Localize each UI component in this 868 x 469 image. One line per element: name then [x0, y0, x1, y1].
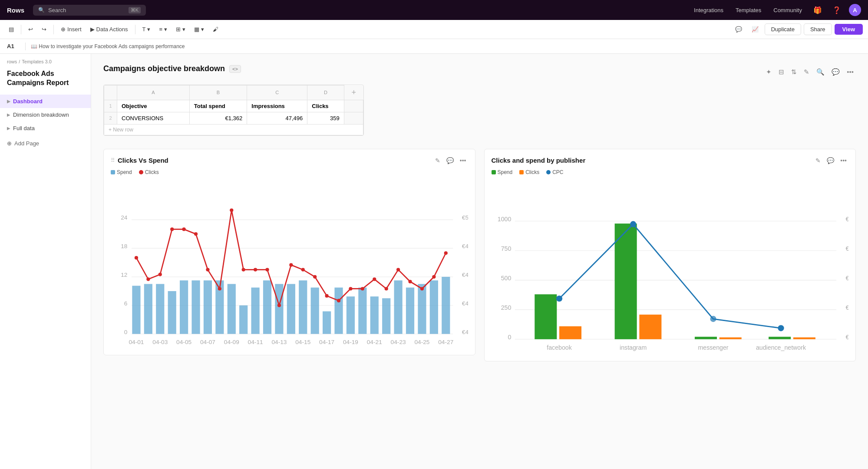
- sidebar-item-dashboard[interactable]: ▶ Dashboard: [0, 95, 91, 108]
- toolbar: ▤ ↩ ↪ ⊕ Insert ▶ Data Actions T▾ ≡▾ ⊞▾ ▦…: [0, 20, 868, 39]
- cpc-line: [559, 224, 781, 328]
- cell-objective[interactable]: CONVERSIONS: [117, 112, 190, 124]
- pub-clicks-label: Clicks: [525, 169, 539, 175]
- table-format-btn[interactable]: ⊞▾: [172, 24, 189, 35]
- text-format-btn[interactable]: T▾: [139, 24, 154, 35]
- svg-point-51: [242, 268, 245, 271]
- row-num-header: [104, 85, 117, 100]
- svg-text:500: 500: [501, 274, 511, 281]
- svg-point-53: [265, 268, 269, 271]
- edit-btn[interactable]: ✎: [802, 67, 812, 77]
- sidebar-item-dimension[interactable]: ▶ Dimension breakdown: [0, 108, 91, 121]
- share-btn[interactable]: Share: [804, 23, 832, 35]
- cell-impressions[interactable]: 47,496: [247, 112, 307, 124]
- fb-clicks-bar: [559, 326, 581, 339]
- svg-text:0: 0: [124, 328, 128, 335]
- cell-ref-bar: A1 📖 How to investigate your Facebook Ad…: [0, 39, 868, 54]
- comment-table-btn[interactable]: 💬: [829, 67, 842, 77]
- svg-point-65: [408, 279, 412, 283]
- svg-point-68: [444, 251, 448, 255]
- paint-btn[interactable]: 🖌: [209, 24, 222, 35]
- sidebar-item-label: Dashboard: [13, 98, 84, 105]
- undo-icon: ↩: [28, 26, 33, 33]
- data-actions-btn[interactable]: ▶ Data Actions: [87, 24, 132, 35]
- svg-text:750: 750: [501, 245, 511, 252]
- integrations-link[interactable]: Integrations: [690, 5, 727, 15]
- comment-btn[interactable]: 💬: [732, 24, 746, 35]
- svg-point-48: [206, 268, 209, 271]
- more-table-btn[interactable]: •••: [845, 67, 856, 77]
- avatar[interactable]: A: [849, 4, 861, 16]
- duplicate-btn[interactable]: Duplicate: [765, 23, 801, 35]
- header-row-num: 1: [104, 100, 117, 112]
- comment-chart-btn-1[interactable]: 💬: [445, 156, 455, 165]
- comment-chart-btn-2[interactable]: 💬: [825, 156, 836, 165]
- legend-spend-label: Spend: [117, 169, 132, 175]
- clicks-color-dot: [139, 170, 143, 174]
- chevron-right-icon-2: ▶: [7, 112, 10, 117]
- svg-rect-30: [311, 287, 319, 334]
- svg-rect-41: [442, 277, 450, 334]
- svg-text:04-21: 04-21: [367, 338, 382, 345]
- svg-text:€4.75: €4.75: [845, 215, 848, 222]
- new-row-btn[interactable]: + New row: [104, 124, 363, 135]
- edit-chart-btn-1[interactable]: ✎: [433, 156, 442, 165]
- toolbar-divider-3: [135, 25, 135, 34]
- search-kbd: ⌘K: [129, 7, 141, 13]
- fb-spend-bar: [535, 294, 557, 339]
- grid-icon: ▦: [194, 26, 199, 33]
- redo-btn[interactable]: ↪: [38, 24, 50, 35]
- svg-rect-33: [347, 296, 355, 334]
- svg-text:04-09: 04-09: [224, 338, 239, 345]
- grid-btn[interactable]: ▦▾: [191, 24, 208, 35]
- svg-rect-17: [156, 284, 164, 334]
- svg-rect-21: [204, 280, 212, 334]
- magic-wand-btn[interactable]: ✦: [764, 67, 774, 77]
- toolbar-right: 💬 📈 Duplicate Share View: [732, 23, 863, 35]
- insert-btn[interactable]: ⊕ Insert: [57, 24, 85, 35]
- cell-formula: 📖 How to investigate your Facebook Ads c…: [31, 43, 185, 49]
- breadcrumb-home[interactable]: rows: [7, 59, 17, 64]
- svg-text:250: 250: [501, 304, 511, 311]
- clicks-spend-svg: 0 6 12 18 24 €42 €44 €46 €48 €50: [111, 180, 468, 347]
- chart-icon: 📈: [752, 26, 759, 33]
- filter-btn[interactable]: ⊟: [776, 67, 786, 77]
- templates-link[interactable]: Templates: [732, 5, 765, 15]
- sort-btn[interactable]: ⇅: [789, 67, 799, 77]
- view-btn[interactable]: View: [835, 24, 863, 35]
- sidebar-item-fulldata[interactable]: ▶ Full data: [0, 121, 91, 135]
- cell-spend[interactable]: €1,362: [189, 112, 247, 124]
- redo-icon: ↪: [42, 26, 46, 33]
- legend-clicks: Clicks: [139, 169, 159, 175]
- chart-btn[interactable]: 📈: [748, 24, 762, 35]
- cell-clicks[interactable]: 359: [307, 112, 344, 124]
- gift-icon[interactable]: 🎁: [811, 4, 825, 16]
- svg-rect-39: [418, 284, 426, 334]
- svg-rect-40: [430, 280, 438, 334]
- brand-logo[interactable]: Rows: [7, 7, 24, 14]
- an-clicks-bar: [793, 337, 815, 339]
- col-d-header: D: [307, 85, 344, 100]
- svg-point-55: [289, 263, 293, 266]
- add-column-btn[interactable]: +: [344, 85, 363, 100]
- edit-chart-btn-2[interactable]: ✎: [814, 156, 822, 165]
- svg-text:04-15: 04-15: [295, 338, 310, 345]
- community-link[interactable]: Community: [770, 5, 805, 15]
- svg-text:04-23: 04-23: [391, 338, 406, 345]
- search-bar[interactable]: 🔍 Search ⌘K: [33, 5, 146, 16]
- svg-text:04-13: 04-13: [271, 338, 287, 345]
- pub-spend-label: Spend: [498, 169, 513, 175]
- svg-point-60: [349, 287, 352, 290]
- align-btn[interactable]: ≡▾: [155, 24, 171, 35]
- help-icon[interactable]: ❓: [830, 4, 844, 16]
- svg-text:instagram: instagram: [620, 344, 647, 351]
- search-table-btn[interactable]: 🔍: [814, 67, 827, 77]
- sidebar-toggle-btn[interactable]: ▤: [5, 24, 17, 35]
- more-chart-btn-1[interactable]: •••: [458, 156, 468, 165]
- more-chart-btn-2[interactable]: •••: [838, 156, 848, 165]
- svg-text:04-01: 04-01: [129, 338, 144, 345]
- add-page-btn[interactable]: ⊕ Add Page: [0, 137, 91, 150]
- pub-cpc-dot: [546, 170, 551, 174]
- undo-btn[interactable]: ↩: [25, 24, 36, 35]
- svg-text:04-25: 04-25: [414, 338, 429, 345]
